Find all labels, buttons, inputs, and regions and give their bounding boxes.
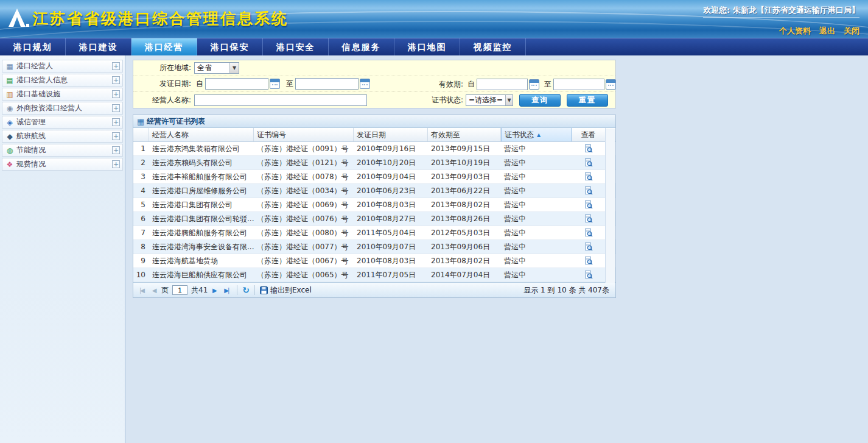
view-cell: [572, 240, 606, 253]
close-link[interactable]: 关闭: [844, 26, 859, 37]
view-record-button[interactable]: [584, 200, 593, 210]
view-record-button[interactable]: [584, 256, 593, 266]
sidebar-item-shipping-routes[interactable]: 航班航线+: [2, 130, 123, 143]
tab-video-monitoring[interactable]: 视频监控: [460, 38, 526, 56]
table-row[interactable]: 9 连云港海航基地货场 （苏连）港经证（0067）号 2010年08月03日 2…: [133, 254, 615, 268]
row-number: 9: [133, 254, 149, 268]
scrollbar-track[interactable]: [605, 129, 615, 283]
tab-port-map[interactable]: 港口地图: [394, 38, 460, 56]
tab-port-safety[interactable]: 港口安全: [263, 38, 329, 56]
cert-status-selected-value: =请选择=: [466, 95, 505, 105]
tab-port-planning[interactable]: 港口规划: [0, 38, 66, 56]
expand-plus-button[interactable]: +: [112, 104, 120, 112]
valid-until-cell: 2012年05月03日: [428, 226, 501, 239]
first-page-button[interactable]: |◀: [137, 285, 147, 296]
issue-date-cell: 2010年08月03日: [354, 254, 428, 268]
view-record-button[interactable]: [584, 242, 593, 252]
refresh-icon[interactable]: ↻: [242, 286, 250, 294]
expand-plus-button[interactable]: +: [112, 62, 120, 70]
table-row[interactable]: 8 连云港港湾海事安全设备有限... （苏连）港经证（0077）号 2010年0…: [133, 240, 615, 254]
sidebar-item-energy-saving[interactable]: 节能情况+: [2, 144, 123, 157]
issue-date-from-input[interactable]: [205, 78, 268, 90]
issue-date-cell: 2010年09月04日: [354, 170, 428, 183]
col-valid-until[interactable]: 有效期至: [428, 128, 501, 141]
table-row[interactable]: 2 连云港东粮码头有限公司 （苏连）港经证（0121）号 2010年10月20日…: [133, 156, 615, 170]
sidebar-item-fees[interactable]: 规费情况+: [2, 158, 123, 171]
page-number-input[interactable]: [172, 285, 187, 295]
sidebar-item-port-infrastructure[interactable]: 港口基础设施+: [2, 88, 123, 101]
cert-status-cell: 营运中: [501, 254, 572, 268]
expand-plus-button[interactable]: +: [112, 118, 120, 126]
profile-link[interactable]: 个人资料: [779, 26, 811, 37]
region-select[interactable]: 全省 ▼: [194, 62, 239, 74]
view-record-button[interactable]: [584, 214, 593, 224]
calendar-icon[interactable]: [606, 79, 616, 90]
table-row[interactable]: 6 连云港港口集团有限公司轮驳... （苏连）港经证（0076）号 2010年0…: [133, 212, 615, 226]
prev-page-button[interactable]: ◀: [149, 285, 159, 296]
reset-button[interactable]: 重置: [567, 94, 608, 107]
cert-status-label: 证书状态:: [430, 95, 466, 105]
view-magnifier-icon: [584, 214, 593, 223]
valid-until-cell: 2013年09月03日: [428, 170, 501, 183]
pagination-bar: |◀ ◀ 页 共41 ▶ ▶| ↻: [133, 282, 615, 297]
calendar-icon[interactable]: [270, 79, 280, 89]
grid-header-row: 经营人名称 证书编号 发证日期 有效期至 证书状态 ▲ 查看: [133, 128, 615, 142]
page-title: 江苏省省级港口综合管理信息系统: [33, 9, 289, 29]
view-record-button[interactable]: [584, 172, 593, 182]
operator-name-input[interactable]: [194, 94, 367, 106]
row-number: 3: [133, 170, 149, 183]
expand-plus-button[interactable]: +: [112, 90, 120, 98]
logout-link[interactable]: 退出: [819, 26, 835, 37]
next-page-button[interactable]: ▶: [209, 285, 220, 296]
view-cell: [572, 142, 606, 155]
calendar-icon[interactable]: [360, 79, 370, 89]
table-row[interactable]: 1 连云港东鸿集装箱有限公司 （苏连）港经证（0091）号 2010年09月16…: [133, 142, 615, 156]
sidebar-item-port-operators[interactable]: 港口经营人+: [2, 60, 123, 73]
table-row[interactable]: 4 连云港港口房屋维修服务公司 （苏连）港经证（0034）号 2010年06月2…: [133, 184, 615, 198]
col-issue-date[interactable]: 发证日期: [354, 128, 428, 141]
last-page-button[interactable]: ▶|: [222, 285, 232, 296]
export-excel-button[interactable]: 输出到Excel: [260, 285, 312, 296]
tab-port-operation[interactable]: 港口经营: [131, 38, 197, 56]
table-row[interactable]: 10 连云港海巨船舶供应有限公司 （苏连）港经证（0065）号 2011年07月…: [133, 268, 615, 282]
col-operator-name[interactable]: 经营人名称: [149, 128, 254, 141]
to-label: 至: [286, 79, 293, 89]
table-row[interactable]: 7 连云港港腾船舶服务有限公司 （苏连）港经证（0080）号 2011年05月0…: [133, 226, 615, 240]
validity-from-input[interactable]: [477, 79, 528, 90]
sidebar-item-foreign-invested-operators[interactable]: 外商投资港口经营人+: [2, 102, 123, 115]
expand-plus-button[interactable]: +: [112, 146, 120, 154]
tab-information-service[interactable]: 信息服务: [329, 38, 394, 56]
grid-title-bar: ▦ 经营许可证书列表: [133, 115, 615, 128]
app-logo-icon: [6, 6, 30, 30]
cert-status-select[interactable]: =请选择= ▼: [466, 94, 513, 106]
cert-no-cell: （苏连）港经证（0080）号: [254, 226, 354, 239]
view-record-button[interactable]: [584, 270, 593, 280]
expand-plus-button[interactable]: +: [112, 76, 120, 84]
table-row[interactable]: 3 连云港丰裕船舶服务有限公司 （苏连）港经证（0078）号 2010年09月0…: [133, 170, 615, 184]
sidebar-item-integrity-management[interactable]: 诚信管理+: [2, 116, 123, 129]
calendar-icon[interactable]: [529, 79, 539, 90]
issue-date-label: 发证日期:: [133, 79, 194, 89]
cert-status-cell: 营运中: [501, 170, 572, 183]
issue-date-cell: 2010年08月27日: [354, 212, 428, 225]
view-record-button[interactable]: [584, 186, 593, 196]
table-row[interactable]: 5 连云港港口集团有限公司 （苏连）港经证（0069）号 2010年08月03日…: [133, 198, 615, 212]
tab-port-security[interactable]: 港口保安: [197, 38, 263, 56]
cert-no-cell: （苏连）港经证（0065）号: [254, 268, 354, 282]
sidebar-item-port-operator-info[interactable]: 港口经营人信息+: [2, 74, 123, 87]
view-record-button[interactable]: [584, 144, 593, 154]
tab-port-construction[interactable]: 港口建设: [66, 38, 131, 56]
col-cert-no[interactable]: 证书编号: [254, 128, 354, 141]
validity-to-input[interactable]: [553, 79, 604, 90]
view-record-button[interactable]: [584, 228, 593, 238]
issue-date-to-input[interactable]: [295, 78, 359, 90]
col-cert-status[interactable]: 证书状态 ▲: [501, 128, 572, 141]
view-record-button[interactable]: [584, 158, 593, 168]
expand-plus-button[interactable]: +: [112, 160, 120, 168]
pager-divider: [237, 285, 237, 295]
operator-name-cell: 连云港海巨船舶供应有限公司: [149, 268, 254, 282]
cert-status-cell: 营运中: [501, 184, 572, 197]
expand-plus-button[interactable]: +: [112, 132, 120, 140]
query-button[interactable]: 查询: [519, 94, 561, 107]
view-magnifier-icon: [584, 200, 593, 209]
